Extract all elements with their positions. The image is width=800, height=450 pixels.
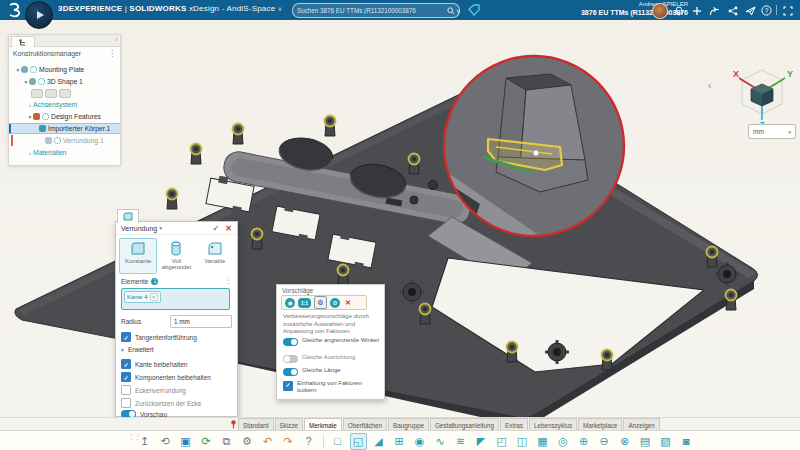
extrude-icon[interactable]: ⊞ [391, 433, 408, 450]
checkbox-checked-icon[interactable]: ✓ [283, 381, 293, 391]
tree-item-achsensystem[interactable]: › Achsensystem [9, 99, 138, 110]
search-options-chevron-icon[interactable]: ∨ [456, 7, 460, 14]
toggle-on[interactable] [283, 338, 298, 346]
share-network-icon[interactable] [726, 4, 739, 17]
send-plane-icon[interactable] [744, 4, 757, 17]
tab-merkmale[interactable]: Merkmale [304, 418, 342, 430]
close-icon[interactable]: ✕ [343, 298, 353, 308]
fillet-tool-icon[interactable]: ◱ [350, 433, 367, 450]
tab-marketplace[interactable]: Marketplace [578, 418, 622, 430]
tab-standard[interactable]: Standard [238, 418, 274, 430]
sweep-icon[interactable]: ∿ [432, 433, 449, 450]
settings-gear-icon[interactable]: ⚙ [314, 296, 327, 309]
help-icon[interactable]: ? [760, 4, 773, 17]
search-input[interactable] [297, 7, 447, 14]
chevron-down-icon[interactable]: ∨ [278, 6, 283, 12]
edge-chip[interactable]: Kante 4 × [124, 291, 161, 303]
search-icon[interactable] [447, 7, 455, 15]
redo-icon[interactable]: ↷ [280, 433, 297, 450]
checkbox-checked-icon[interactable]: ✓ [121, 359, 131, 369]
type-constant-button[interactable]: Konstante [119, 238, 157, 274]
avatar[interactable] [652, 3, 668, 19]
option-corner-fillet[interactable]: Eckenverrundung [121, 385, 232, 395]
units-dropdown[interactable]: mm ▾ [748, 124, 796, 139]
check-relax-factors[interactable]: ✓ Einhaltung von Faktoren lockern [283, 380, 381, 394]
tab-baugruppe[interactable]: Baugruppe [388, 418, 429, 430]
clipboard-icon[interactable]: ⧉ [218, 433, 235, 450]
toggle-equal-alignment[interactable]: Gleiche Ausrichtung [283, 354, 381, 363]
config-badge[interactable] [31, 89, 43, 98]
tree-item-imported-body[interactable]: Importierter Körper.1 [9, 123, 120, 134]
pin-icon[interactable] [230, 420, 237, 429]
checkbox-icon[interactable] [121, 385, 131, 395]
chamfer-icon[interactable]: ◢ [370, 433, 387, 450]
pattern-icon[interactable]: ▦ [534, 433, 551, 450]
thicken-icon[interactable]: ▧ [657, 433, 674, 450]
share-icon[interactable] [708, 4, 721, 17]
tree-item-design-features[interactable]: ▾ Design Features [9, 111, 138, 122]
option-keep-components[interactable]: ✓ Komponenten beibehalten [121, 372, 232, 382]
tree-item-3d-shape[interactable]: ▾ 3D Shape 1 [9, 76, 134, 87]
tab-oberflaechen[interactable]: Oberflächen [343, 418, 387, 430]
mirror-icon[interactable]: ◫ [514, 433, 531, 450]
tag-icon[interactable] [468, 4, 480, 16]
primitive-box-icon[interactable]: □ [329, 433, 346, 450]
undo-icon[interactable]: ↶ [259, 433, 276, 450]
hole-icon[interactable]: ◎ [555, 433, 572, 450]
checkbox-checked-icon[interactable]: ✓ [121, 332, 131, 342]
tab-lebenszyklus[interactable]: Lebenszyklus [529, 418, 577, 430]
axis-triad[interactable]: X Y Z [705, 62, 800, 128]
confirm-button[interactable]: ✓ [213, 224, 220, 233]
tree-menu-icon[interactable]: ⋮ [108, 49, 116, 58]
tree-item-verrundung[interactable]: Verrundung.1 [9, 135, 156, 146]
fillet-dialog-tab[interactable] [117, 209, 139, 223]
chevron-down-icon[interactable]: ▾ [159, 225, 212, 231]
checkbox-checked-icon[interactable]: ✓ [121, 372, 131, 382]
elements-menu-icon[interactable]: ⋮ [225, 277, 232, 285]
fullscreen-icon[interactable] [781, 4, 794, 17]
revolve-icon[interactable]: ◉ [411, 433, 428, 450]
fillet-dialog-header[interactable]: Verrundung ▾ ✓ ✕ [116, 222, 237, 235]
radius-input[interactable]: 1 mm [170, 315, 232, 328]
auto-apply-icon[interactable]: ⚙ [330, 298, 340, 308]
3ds-logo[interactable] [6, 2, 24, 18]
optimize-icon[interactable]: ◉ [285, 298, 295, 308]
checkbox-icon[interactable] [121, 398, 131, 408]
tree-item-mounting-plate[interactable]: ▾ Mounting Plate [9, 64, 126, 75]
dome-icon[interactable]: ◙ [678, 433, 695, 450]
config-badge[interactable] [59, 89, 71, 98]
loft-icon[interactable]: ≋ [452, 433, 469, 450]
option-tangent[interactable]: ✓ Tangentenfortführung [121, 332, 232, 342]
toggle-equal-adjacent[interactable]: Gleiche angrenzende Winkel [283, 337, 381, 346]
toggle-equal-length[interactable]: Gleiche Länge [283, 367, 381, 376]
toolbar-drag-handle[interactable]: ⋮⋮ [128, 433, 140, 441]
tab-skizze[interactable]: Skizze [275, 418, 304, 430]
compass-logo[interactable] [25, 1, 53, 29]
history-icon[interactable]: ⟲ [157, 433, 174, 450]
add-content-icon[interactable] [690, 4, 703, 17]
cancel-button[interactable]: ✕ [225, 224, 232, 233]
section-advanced[interactable]: ▾ Erweitert [121, 346, 232, 353]
tree-item-materialien[interactable]: › Materialien [9, 147, 138, 158]
ratio-badge[interactable]: 1:1 [298, 298, 311, 308]
tree-config-badges[interactable] [9, 88, 142, 99]
nav-cube[interactable] [751, 84, 773, 106]
search-bar[interactable] [292, 3, 460, 18]
cut-icon[interactable]: ⊖ [596, 433, 613, 450]
refresh-icon[interactable]: ⟳ [198, 433, 215, 450]
rib-icon[interactable]: ▤ [637, 433, 654, 450]
help-icon[interactable]: ? [300, 433, 317, 450]
notifications-bell-icon[interactable] [672, 4, 685, 17]
tree-tab[interactable] [11, 36, 35, 47]
elements-selection-box[interactable]: Kante 4 × [121, 288, 230, 310]
option-keep-edge[interactable]: ✓ Kante beibehalten [121, 359, 232, 369]
option-reset-corner[interactable]: Zurücksetzen der Ecke [121, 398, 232, 408]
type-full-round-button[interactable]: Voll abgerundet [157, 238, 195, 274]
tab-anzeigen[interactable]: Anzeigen [623, 418, 659, 430]
config-badge[interactable] [45, 89, 57, 98]
type-variable-button[interactable]: Variable [196, 238, 234, 274]
caret-icon[interactable]: ▾ [121, 347, 128, 353]
draft-icon[interactable]: ◤ [473, 433, 490, 450]
intersect-icon[interactable]: ⊗ [616, 433, 633, 450]
shell-icon[interactable]: ◰ [493, 433, 510, 450]
